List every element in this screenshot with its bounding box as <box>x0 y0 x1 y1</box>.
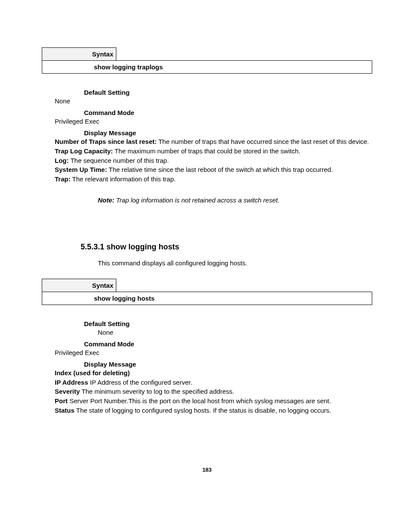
msg-traps-text: The number of traps that have occurred s… <box>157 138 369 145</box>
page-number: 183 <box>42 467 372 473</box>
command-mode-val-2: Privileged Exec <box>55 349 372 356</box>
msg-cap: Trap Log Capacity: The maximum number of… <box>55 147 372 156</box>
section-heading: 5.5.3.1 show logging hosts <box>81 243 372 252</box>
display-message-head-1: Display Message <box>84 129 372 137</box>
syntax-label-2: Syntax <box>42 279 116 292</box>
default-setting-val-1: None <box>55 97 372 105</box>
default-setting-head-2: Default Setting <box>84 320 372 327</box>
section-title: show logging hosts <box>106 243 179 251</box>
msg-sev-text: The minimum severity to log to the speci… <box>80 388 234 395</box>
default-setting-val-2: None <box>98 329 372 336</box>
msg-ip: IP Address IP Address of the configured … <box>55 379 372 387</box>
msg-index-label: Index (used for deleting) <box>55 369 130 376</box>
msg-trap-text: The relevant information of this trap. <box>71 175 176 183</box>
msg-sys-label: System Up Time: <box>55 166 107 173</box>
note-lead: Note: <box>98 196 114 204</box>
msg-cap-label: Trap Log Capacity: <box>55 147 113 155</box>
command-mode-head-2: Command Mode <box>84 340 372 348</box>
syntax-command-1: show logging traplogs <box>42 61 372 74</box>
msg-index: Index (used for deleting) <box>55 369 372 377</box>
msg-stat-text: The state of logging to configured syslo… <box>75 407 331 414</box>
page-content: Syntax show logging traplogs Default Set… <box>0 0 411 490</box>
msg-port-text: Server Port Number.This is the port on t… <box>68 397 331 404</box>
note-block: Note: Trap log information is not retain… <box>98 196 372 204</box>
msg-sys-text: The relative time since the last reboot … <box>107 166 333 173</box>
msg-log-text: The sequence number of this trap. <box>68 157 168 164</box>
default-setting-head-1: Default Setting <box>84 89 372 96</box>
msg-log-label: Log: <box>55 157 68 164</box>
spacer <box>116 279 372 292</box>
msg-stat-label: Status <box>55 407 75 414</box>
display-message-head-2: Display Message <box>84 361 372 368</box>
msg-cap-text: The maximum number of traps that could b… <box>113 147 300 155</box>
msg-traps: Number of Traps since last reset: The nu… <box>55 138 372 146</box>
msg-log: Log: The sequence number of this trap. <box>55 157 372 165</box>
syntax-label-1: Syntax <box>42 48 116 61</box>
command-mode-val-1: Privileged Exec <box>55 118 372 125</box>
msg-sys: System Up Time: The relative time since … <box>55 166 372 174</box>
msg-stat: Status The state of logging to configure… <box>55 407 372 415</box>
msg-sev-label: Severity <box>55 388 80 395</box>
syntax-command-2: show logging hosts <box>42 292 372 305</box>
msg-traps-label: Number of Traps since last reset: <box>55 138 157 145</box>
command-mode-head-1: Command Mode <box>84 109 372 116</box>
spacer <box>116 48 372 61</box>
msg-port-label: Port <box>55 397 68 404</box>
section-intro: This command displays all configured log… <box>98 259 372 267</box>
msg-ip-label: IP Address <box>55 379 88 386</box>
msg-trap-label: Trap: <box>55 175 71 183</box>
note-text: Trap log information is not retained acr… <box>114 196 279 204</box>
msg-port: Port Server Port Number.This is the port… <box>55 397 372 405</box>
section-number: 5.5.3.1 <box>81 243 106 251</box>
msg-sev: Severity The minimum severity to log to … <box>55 388 372 396</box>
msg-trap: Trap: The relevant information of this t… <box>55 175 372 184</box>
syntax-table-1: Syntax show logging traplogs <box>42 47 372 74</box>
msg-ip-text: IP Address of the configured server. <box>88 379 193 386</box>
syntax-table-2: Syntax show logging hosts <box>42 279 372 305</box>
